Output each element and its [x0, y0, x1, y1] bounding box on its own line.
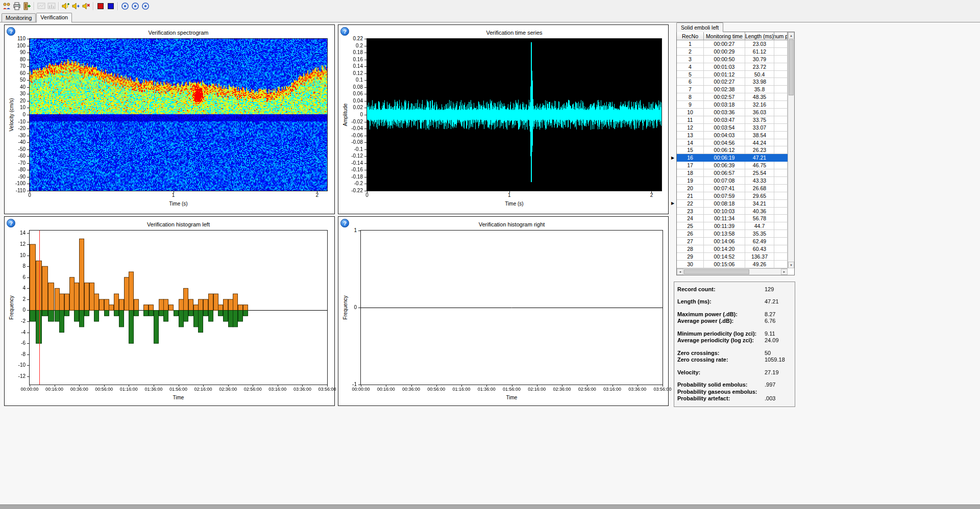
table-row[interactable]: 800:02:5748.35: [677, 93, 788, 101]
stat-group: Zero crossings:50Zero crossing rate:1059…: [674, 349, 795, 363]
nump-cell: [774, 132, 788, 139]
time-cell: 00:06:39: [704, 162, 745, 169]
table-row[interactable]: 300:00:5030.79: [677, 56, 788, 63]
nump-cell: [774, 162, 788, 169]
patient-icon[interactable]: [2, 1, 12, 11]
help-icon[interactable]: ?: [7, 27, 15, 36]
vertical-scrollbar-thumb[interactable]: [789, 39, 794, 95]
table-row[interactable]: 2600:13:5835.35: [677, 230, 788, 238]
circle-nav1-icon[interactable]: [120, 1, 130, 11]
table-row[interactable]: 1300:04:0338.54: [677, 132, 788, 139]
y-tick-label: 14: [5, 231, 26, 236]
nump-cell: [774, 101, 788, 109]
circle-nav2-icon[interactable]: [130, 1, 140, 11]
table-row[interactable]: 1200:03:5433.07: [677, 124, 788, 132]
table-row[interactable]: 2200:08:1834.21: [677, 200, 788, 208]
table-row[interactable]: 2400:11:3456.78: [677, 215, 788, 222]
help-icon[interactable]: ?: [7, 219, 15, 227]
tab-verification[interactable]: Verification: [36, 13, 72, 22]
y-tick-label: -80: [5, 167, 26, 172]
column-header-monitoring-time[interactable]: Monitoring time: [704, 32, 745, 40]
table-row[interactable]: 600:02:2733.98: [677, 78, 788, 86]
wav-export-icon[interactable]: [71, 1, 81, 11]
table-row[interactable]: 1600:06:1947.21: [677, 154, 788, 162]
recno-cell: 23: [677, 208, 704, 215]
table-row[interactable]: 1000:03:3636.03: [677, 109, 788, 116]
display2-icon: [46, 1, 57, 11]
stat-label: Zero crossings:: [674, 350, 765, 356]
recno-cell: 6: [677, 78, 704, 86]
table-row[interactable]: 400:01:0323.72: [677, 63, 788, 71]
blue-marker-icon[interactable]: [106, 1, 116, 11]
vertical-scrollbar[interactable]: ▲ ▼: [788, 32, 794, 268]
toolbar: [0, 0, 980, 12]
table-row[interactable]: 3000:15:0649.26: [677, 261, 788, 268]
column-header-num-p[interactable]: num p: [774, 32, 788, 40]
table-row[interactable]: 2100:07:5929.65: [677, 192, 788, 200]
stat-group: Length (ms):47.21: [674, 298, 795, 306]
table-row[interactable]: 2900:14:52136.37: [677, 253, 788, 261]
y-tick-label: -50: [5, 147, 26, 152]
y-tick-mark: [27, 60, 29, 60]
table-row[interactable]: 2800:14:2060.43: [677, 245, 788, 253]
table-row[interactable]: 1500:06:1226.23: [677, 146, 788, 154]
y-tick-label: -70: [5, 161, 26, 166]
y-tick-mark: [364, 184, 366, 184]
panel-title: Verification time series: [367, 30, 662, 36]
horizontal-scrollbar-thumb[interactable]: [684, 269, 749, 274]
table-row[interactable]: 2300:10:0340.36: [677, 208, 788, 215]
circle-nav3-icon[interactable]: [140, 1, 151, 11]
wav-new-icon[interactable]: [61, 1, 71, 11]
stat-value: 9.11: [765, 330, 775, 337]
wav-delete-icon[interactable]: [81, 1, 91, 11]
scroll-down-button[interactable]: ▼: [788, 262, 794, 268]
scroll-right-button[interactable]: ►: [781, 269, 788, 275]
help-icon[interactable]: ?: [340, 219, 349, 227]
red-marker-icon[interactable]: [95, 1, 106, 11]
table-row[interactable]: 700:02:3835.8: [677, 86, 788, 93]
y-tick-label: -0.06: [338, 133, 363, 138]
x-tick-label: 1: [158, 193, 189, 198]
table-row[interactable]: 500:01:1250.4: [677, 71, 788, 79]
x-tick-mark: [486, 385, 487, 387]
x-tick-label: 0: [352, 193, 382, 198]
table-row[interactable]: 2500:11:3944.7: [677, 222, 788, 230]
x-tick-mark: [367, 191, 368, 193]
stat-label: Velocity:: [674, 369, 765, 375]
stat-value: 27.19: [765, 369, 779, 375]
y-tick-mark: [27, 310, 29, 311]
x-tick-mark: [663, 385, 663, 387]
column-header-recno[interactable]: RecNo: [677, 32, 704, 40]
sidebar-tab-solid-emboli-left[interactable]: Solid emboli left: [676, 22, 723, 32]
table-row[interactable]: 200:00:2961.12: [677, 48, 788, 56]
stat-row: Zero crossing rate:1059.18: [674, 357, 795, 364]
table-header: RecNoMonitoring timeLength (ms)num p: [677, 32, 788, 40]
exit-icon[interactable]: [22, 1, 32, 11]
stat-value: 8.27: [765, 311, 775, 317]
table-row[interactable]: 100:00:2723.03: [677, 40, 788, 48]
y-tick-label: 0.1: [338, 78, 363, 83]
print-icon[interactable]: [12, 1, 22, 11]
column-header-length-ms-[interactable]: Length (ms): [745, 32, 774, 40]
nump-cell: [774, 78, 788, 86]
table-row[interactable]: 2000:07:4126.68: [677, 185, 788, 192]
table-row[interactable]: 900:03:1832.16: [677, 101, 788, 109]
table-row[interactable]: 1900:07:0843.33: [677, 177, 788, 185]
x-tick-mark: [612, 385, 613, 387]
time-cell: 00:04:03: [704, 132, 745, 139]
help-icon[interactable]: ?: [340, 27, 349, 36]
horizontal-scrollbar[interactable]: ◄ ►: [677, 268, 788, 275]
table-row[interactable]: 1800:06:5725.54: [677, 169, 788, 177]
scroll-up-button[interactable]: ▲: [788, 32, 794, 39]
y-tick-mark: [358, 231, 360, 231]
table-row[interactable]: 1400:04:5644.24: [677, 139, 788, 147]
length-cell: 43.33: [745, 177, 774, 185]
y-tick-mark: [27, 136, 29, 136]
nump-cell: [774, 208, 788, 215]
x-tick-mark: [55, 385, 55, 387]
tab-monitoring[interactable]: Monitoring: [2, 13, 36, 22]
scroll-left-button[interactable]: ◄: [677, 269, 683, 275]
table-row[interactable]: 1700:06:3946.75: [677, 162, 788, 169]
table-row[interactable]: 1100:03:4733.75: [677, 116, 788, 124]
table-row[interactable]: 2700:14:0662.49: [677, 238, 788, 245]
